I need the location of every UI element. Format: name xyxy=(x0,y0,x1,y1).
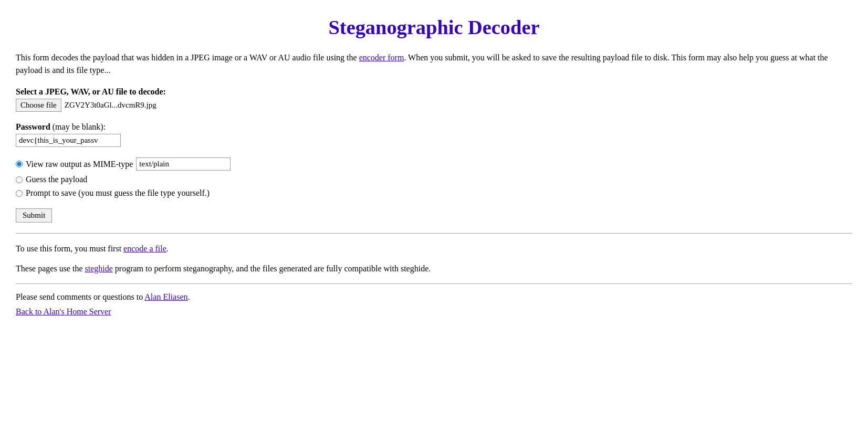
divider-2 xyxy=(16,283,852,284)
radio-guess-label: Guess the payload xyxy=(26,175,87,184)
choose-file-button[interactable]: Choose file xyxy=(16,99,61,112)
radio-guess-payload[interactable] xyxy=(16,176,23,183)
info-section-2: These pages use the steghide program to … xyxy=(16,262,852,276)
info2-text1: These pages use the xyxy=(16,264,85,273)
encode-a-file-link[interactable]: encode a file xyxy=(123,244,166,253)
back-to-home-link[interactable]: Back to Alan's Home Server xyxy=(16,307,852,316)
footer-contact: Please send comments or questions to Ala… xyxy=(16,292,852,302)
divider-1 xyxy=(16,233,852,234)
info1-text2: . xyxy=(166,244,169,253)
footer-text2: . xyxy=(188,292,190,301)
file-row: Choose file ZGV2Y3t0aGl...dvcmR9.jpg xyxy=(16,99,852,112)
submit-button[interactable]: Submit xyxy=(16,208,52,223)
radio-row-3: Prompt to save (you must guess the file … xyxy=(16,188,852,198)
description: This form decodes the payload that was h… xyxy=(16,51,852,77)
footer-section: Please send comments or questions to Ala… xyxy=(16,292,852,316)
password-label-rest: (may be blank): xyxy=(50,122,106,131)
alan-eliasen-link[interactable]: Alan Eliasen xyxy=(144,292,187,301)
radio-prompt-save[interactable] xyxy=(16,190,23,197)
file-name-display: ZGV2Y3t0aGl...dvcmR9.jpg xyxy=(65,101,156,110)
info1-text1: To use this form, you must first xyxy=(16,244,123,253)
radio-prompt-label: Prompt to save (you must guess the file … xyxy=(26,188,210,198)
password-section: Password (may be blank): xyxy=(16,122,852,147)
radio-row-2: Guess the payload xyxy=(16,175,852,184)
file-select-label: Select a JPEG, WAV, or AU file to decode… xyxy=(16,87,852,97)
info-paragraph-2: These pages use the steghide program to … xyxy=(16,262,852,276)
password-label-bold: Password xyxy=(16,122,50,131)
steghide-link[interactable]: steghide xyxy=(85,264,113,273)
submit-section: Submit xyxy=(16,208,852,223)
file-section: Select a JPEG, WAV, or AU file to decode… xyxy=(16,87,852,112)
password-label: Password (may be blank): xyxy=(16,122,852,132)
info-section-1: To use this form, you must first encode … xyxy=(16,242,852,256)
radio-section: View raw output as MIME-type Guess the p… xyxy=(16,157,852,198)
radio-row-1: View raw output as MIME-type xyxy=(16,157,852,171)
radio-raw-label: View raw output as MIME-type xyxy=(26,160,133,169)
radio-raw-output[interactable] xyxy=(16,161,23,167)
page-title: Steganographic Decoder xyxy=(16,16,852,39)
info2-text2: program to perform steganography, and th… xyxy=(113,264,431,273)
encoder-form-link[interactable]: encoder form xyxy=(359,53,404,62)
password-input[interactable] xyxy=(16,134,121,147)
mime-type-input[interactable] xyxy=(136,157,231,171)
description-text1: This form decodes the payload that was h… xyxy=(16,53,359,62)
info-paragraph-1: To use this form, you must first encode … xyxy=(16,242,852,256)
footer-text1: Please send comments or questions to xyxy=(16,292,144,301)
